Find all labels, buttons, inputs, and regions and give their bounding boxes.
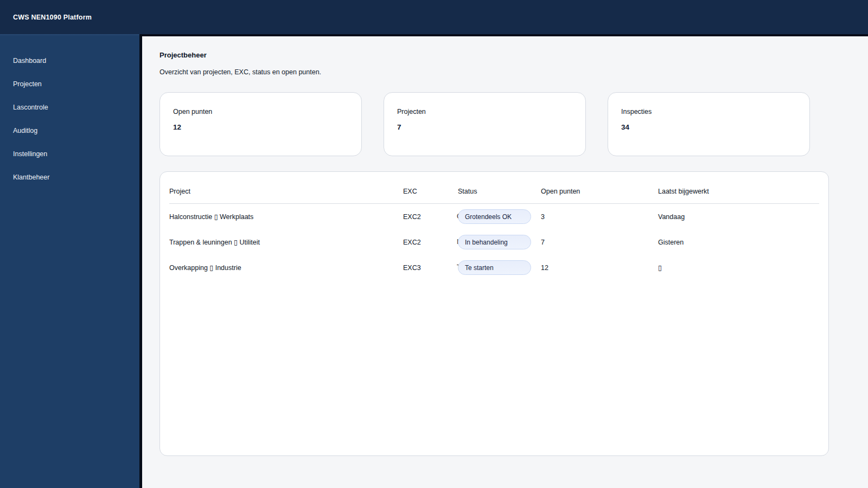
sidebar-item-dashboard[interactable]: Dashboard xyxy=(0,49,139,72)
project-name: Halconstructie ▯ Werkplaats xyxy=(169,213,403,221)
table-row[interactable]: Trappen & leuningen ▯ Utiliteit EXC2 In … xyxy=(169,229,819,255)
sidebar-item-label: Auditlog xyxy=(13,127,37,134)
open-punten-count: 7 xyxy=(541,239,658,246)
exc-class: EXC3 xyxy=(403,264,458,272)
status-select[interactable]: Grotendeels OK xyxy=(458,209,531,224)
sidebar-item-label: Klantbeheer xyxy=(13,174,49,181)
exc-class: EXC2 xyxy=(403,213,458,221)
status-select[interactable]: In behandeling xyxy=(458,235,531,249)
status-cell: Grotendeels OK Grotendeels OK xyxy=(458,209,541,224)
stats-row: Open punten 12 Projecten 7 Inspecties 34 xyxy=(159,92,830,156)
sidebar-item-klantbeheer[interactable]: Klantbeheer xyxy=(0,165,139,189)
table-row[interactable]: Halconstructie ▯ Werkplaats EXC2 Grotend… xyxy=(169,204,819,229)
stat-value: 34 xyxy=(621,123,796,131)
stat-value: 12 xyxy=(173,123,348,131)
status-select[interactable]: Te starten xyxy=(458,260,531,275)
sidebar-item-lascontrole[interactable]: Lascontrole xyxy=(0,95,139,119)
table-header-row: Project EXC Status Open punten Laatst bi… xyxy=(169,181,819,204)
column-header-open-punten: Open punten xyxy=(541,188,658,195)
sidebar-item-auditlog[interactable]: Auditlog xyxy=(0,119,139,142)
open-punten-count: 3 xyxy=(541,213,658,221)
sidebar-item-projecten[interactable]: Projecten xyxy=(0,72,139,95)
status-cell: Te starten Te starten xyxy=(458,260,541,275)
project-name: Overkapping ▯ Industrie xyxy=(169,264,403,272)
stat-label: Projecten xyxy=(397,108,572,115)
column-header-project: Project xyxy=(169,188,403,195)
project-name: Trappen & leuningen ▯ Utiliteit xyxy=(169,238,403,246)
stat-card-projecten: Projecten 7 xyxy=(384,92,586,156)
stat-label: Inspecties xyxy=(621,108,796,115)
column-header-status: Status xyxy=(458,188,541,195)
projects-table: Project EXC Status Open punten Laatst bi… xyxy=(159,171,829,456)
sidebar-item-label: Lascontrole xyxy=(13,104,48,111)
sidebar: Dashboard Projecten Lascontrole Auditlog… xyxy=(0,34,139,488)
stat-label: Open punten xyxy=(173,108,348,115)
stat-card-inspecties: Inspecties 34 xyxy=(608,92,810,156)
status-cell: In behandeling In behandeling xyxy=(458,235,541,249)
app-title: CWS NEN1090 Platform xyxy=(13,14,92,21)
main-content: Projectbeheer Overzicht van projecten, E… xyxy=(139,34,868,488)
stat-value: 7 xyxy=(397,123,572,131)
page-title: Projectbeheer xyxy=(159,51,830,59)
topbar: CWS NEN1090 Platform xyxy=(0,0,868,34)
last-updated: ▯ xyxy=(658,264,819,272)
last-updated: Vandaag xyxy=(658,213,819,221)
exc-class: EXC2 xyxy=(403,239,458,246)
last-updated: Gisteren xyxy=(658,239,819,246)
column-header-exc: EXC xyxy=(403,188,458,195)
table-row[interactable]: Overkapping ▯ Industrie EXC3 Te starten … xyxy=(169,255,819,280)
sidebar-item-label: Instellingen xyxy=(13,150,47,158)
page-subtitle: Overzicht van projecten, EXC, status en … xyxy=(159,68,830,76)
column-header-laatst-bijgewerkt: Laatst bijgewerkt xyxy=(658,188,819,195)
sidebar-item-instellingen[interactable]: Instellingen xyxy=(0,142,139,165)
sidebar-item-label: Projecten xyxy=(13,80,42,88)
stat-card-open-punten: Open punten 12 xyxy=(159,92,362,156)
open-punten-count: 12 xyxy=(541,264,658,272)
sidebar-item-label: Dashboard xyxy=(13,57,46,65)
